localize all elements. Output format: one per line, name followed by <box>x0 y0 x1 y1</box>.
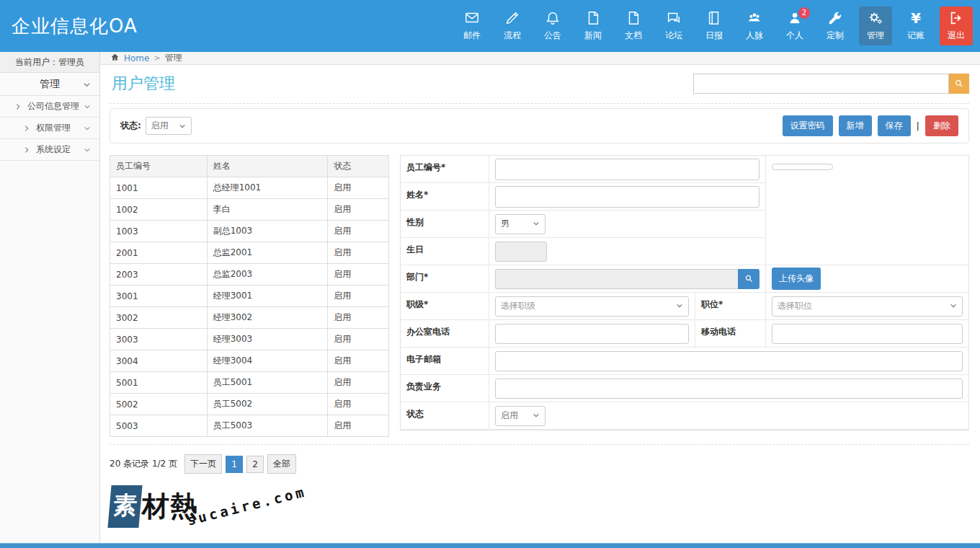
form-status-select[interactable]: 启用 <box>495 406 545 426</box>
cell-employee-name: 李白 <box>207 199 328 221</box>
cell-employee-status: 启用 <box>328 221 389 242</box>
mobile-phone-field[interactable] <box>772 324 963 344</box>
nav-item-announcement[interactable]: 公告 <box>536 6 569 45</box>
cell-employee-status: 启用 <box>328 199 389 221</box>
birthday-field[interactable] <box>495 242 547 262</box>
business-field[interactable] <box>495 379 963 399</box>
email-label: 电子邮箱 <box>401 348 489 375</box>
column-header-employee-id[interactable]: 员工编号 <box>110 156 208 177</box>
cell-employee-name: 经理3001 <box>207 286 328 307</box>
table-row[interactable]: 3004 经理3004 启用 <box>110 350 389 372</box>
nav-item-logout[interactable]: 退出 <box>940 6 973 45</box>
chevron-right-icon <box>23 146 30 154</box>
sidebar-item-system-settings[interactable]: 系统设定 <box>0 139 99 161</box>
name-label: 姓名* <box>401 183 489 211</box>
cell-employee-id: 3001 <box>110 286 208 307</box>
nav-item-mail[interactable]: 邮件 <box>455 6 489 45</box>
table-row[interactable]: 5003 员工5003 启用 <box>110 415 389 437</box>
name-field[interactable] <box>495 186 760 208</box>
nav-item-customize[interactable]: 定制 <box>819 6 852 45</box>
set-password-button[interactable]: 设置密码 <box>783 115 833 136</box>
upload-avatar-button[interactable]: 上传头像 <box>772 268 821 290</box>
nav-item-workflow[interactable]: 流程 <box>496 6 529 45</box>
nav-item-personal[interactable]: 2 个人 <box>778 6 811 45</box>
table-row[interactable]: 5001 员工5001 启用 <box>110 372 389 394</box>
nav-item-accounting[interactable]: ¥ 记账 <box>899 6 932 45</box>
page-button-2[interactable]: 2 <box>246 456 264 473</box>
cell-employee-status: 启用 <box>328 415 389 437</box>
department-field[interactable] <box>495 269 738 289</box>
add-button[interactable]: 新增 <box>839 115 872 136</box>
nav-item-forum[interactable]: 论坛 <box>657 6 690 45</box>
file-icon <box>585 10 601 26</box>
sidebar-item-label: 权限管理 <box>36 122 71 134</box>
nav-item-label: 管理 <box>867 30 884 42</box>
status-filter-value: 启用 <box>151 120 169 132</box>
cell-employee-id: 5002 <box>110 394 208 415</box>
employee-id-field[interactable] <box>495 159 760 180</box>
cell-employee-id: 3003 <box>110 329 208 350</box>
employee-table-body: 1001 总经理1001 启用 1002 李白 启用 <box>110 177 389 437</box>
cell-employee-status: 启用 <box>328 177 389 199</box>
page-button-1[interactable]: 1 <box>226 456 243 473</box>
gender-select[interactable]: 男 <box>495 214 545 234</box>
birthday-label: 生日 <box>401 238 489 265</box>
position-label: 职位* <box>695 293 765 320</box>
breadcrumb-home-link[interactable]: Home <box>124 53 149 63</box>
nav-item-admin[interactable]: 管理 <box>859 6 892 45</box>
nav-item-daily-report[interactable]: 日报 <box>698 6 731 45</box>
next-page-button[interactable]: 下一页 <box>184 454 222 474</box>
nav-item-label: 邮件 <box>463 30 481 42</box>
chevron-down-icon <box>533 219 540 229</box>
nav-item-contacts[interactable]: 人脉 <box>738 6 771 45</box>
cell-employee-id: 1001 <box>110 177 208 199</box>
breadcrumb-current: 管理 <box>165 52 182 64</box>
cell-employee-name: 经理3002 <box>207 307 328 329</box>
search-input[interactable] <box>693 74 949 94</box>
table-row[interactable]: 1003 副总1003 启用 <box>110 221 389 242</box>
cell-employee-status: 启用 <box>328 329 389 350</box>
email-field[interactable] <box>495 351 963 371</box>
cell-employee-name: 员工5001 <box>207 372 328 394</box>
sidebar-section-admin[interactable]: 管理 <box>0 73 99 96</box>
sidebar-item-permissions[interactable]: 权限管理 <box>0 118 99 139</box>
table-row[interactable]: 5002 员工5002 启用 <box>110 394 389 415</box>
cell-employee-name: 员工5002 <box>207 394 328 415</box>
search-button[interactable] <box>949 74 969 94</box>
all-pages-button[interactable]: 全部 <box>267 454 296 474</box>
column-header-name[interactable]: 姓名 <box>207 156 328 177</box>
nav-item-documents[interactable]: 文档 <box>617 6 650 45</box>
position-select[interactable]: 选择职位 <box>772 296 963 317</box>
table-row[interactable]: 2001 总监2001 启用 <box>110 242 389 264</box>
column-header-status[interactable]: 状态 <box>328 156 389 177</box>
app-logo: 企业信息化OA <box>12 14 138 39</box>
nav-item-label: 公告 <box>544 30 561 42</box>
wrench-icon <box>827 10 843 26</box>
table-row[interactable]: 2003 总监2003 启用 <box>110 264 389 286</box>
table-row[interactable]: 3002 经理3002 启用 <box>110 307 389 329</box>
table-row[interactable]: 3001 经理3001 启用 <box>110 286 389 307</box>
sidebar-section-label: 管理 <box>40 78 60 91</box>
nav-item-label: 流程 <box>504 30 521 42</box>
department-search-button[interactable] <box>738 269 760 289</box>
sidebar-item-company-info[interactable]: 公司信息管理 <box>0 96 99 118</box>
status-filter-select[interactable]: 启用 <box>146 117 192 135</box>
delete-button[interactable]: 删除 <box>925 115 958 136</box>
table-row[interactable]: 1002 李白 启用 <box>110 199 389 221</box>
office-phone-field[interactable] <box>495 324 689 344</box>
table-row[interactable]: 3003 经理3003 启用 <box>110 329 389 350</box>
rank-select[interactable]: 选择职级 <box>495 296 689 317</box>
chevron-down-icon <box>84 125 91 132</box>
chevron-down-icon <box>950 301 957 311</box>
nav-item-news[interactable]: 新闻 <box>576 6 610 45</box>
rank-label: 职级* <box>401 293 489 320</box>
employee-form: 员工编号* 姓名* 性别 男 生日 <box>400 155 969 430</box>
save-button[interactable]: 保存 <box>878 115 911 136</box>
cell-employee-id: 1003 <box>110 221 208 242</box>
table-row[interactable]: 1001 总经理1001 启用 <box>110 177 389 199</box>
document-icon <box>625 10 641 26</box>
top-nav: 邮件 流程 公告 新闻 文档 论坛 日报 人脉 <box>455 6 973 45</box>
cell-employee-name: 经理3004 <box>207 350 328 372</box>
chevron-down-icon <box>83 81 91 89</box>
cell-employee-status: 启用 <box>328 286 389 307</box>
